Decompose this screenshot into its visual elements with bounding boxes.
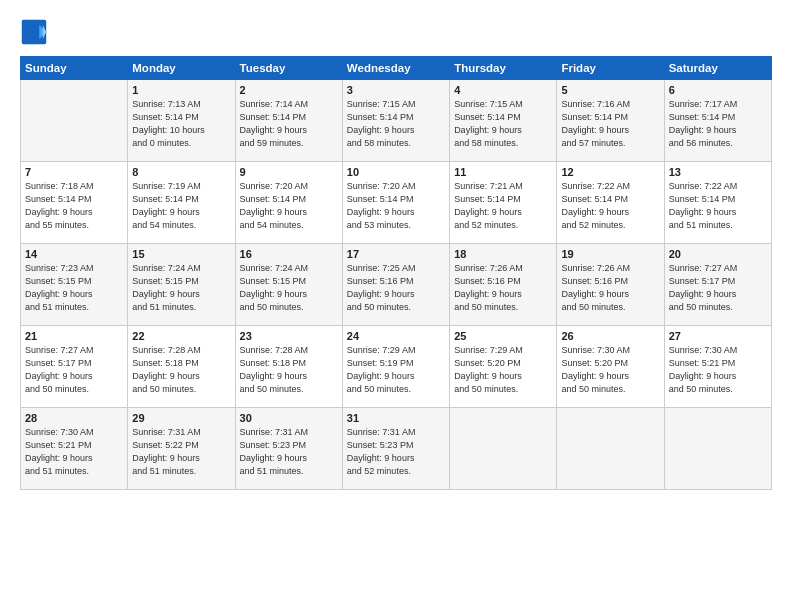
day-cell: 1Sunrise: 7:13 AM Sunset: 5:14 PM Daylig… (128, 80, 235, 162)
week-row-3: 14Sunrise: 7:23 AM Sunset: 5:15 PM Dayli… (21, 244, 772, 326)
page: SundayMondayTuesdayWednesdayThursdayFrid… (0, 0, 792, 612)
col-header-saturday: Saturday (664, 57, 771, 80)
col-header-sunday: Sunday (21, 57, 128, 80)
day-number: 19 (561, 248, 659, 260)
day-detail: Sunrise: 7:22 AM Sunset: 5:14 PM Dayligh… (669, 180, 767, 232)
col-header-thursday: Thursday (450, 57, 557, 80)
day-detail: Sunrise: 7:28 AM Sunset: 5:18 PM Dayligh… (132, 344, 230, 396)
day-cell: 16Sunrise: 7:24 AM Sunset: 5:15 PM Dayli… (235, 244, 342, 326)
day-cell: 31Sunrise: 7:31 AM Sunset: 5:23 PM Dayli… (342, 408, 449, 490)
day-cell (557, 408, 664, 490)
day-cell: 26Sunrise: 7:30 AM Sunset: 5:20 PM Dayli… (557, 326, 664, 408)
day-number: 13 (669, 166, 767, 178)
day-number: 15 (132, 248, 230, 260)
day-number: 26 (561, 330, 659, 342)
day-number: 27 (669, 330, 767, 342)
day-cell: 27Sunrise: 7:30 AM Sunset: 5:21 PM Dayli… (664, 326, 771, 408)
day-number: 5 (561, 84, 659, 96)
day-cell: 12Sunrise: 7:22 AM Sunset: 5:14 PM Dayli… (557, 162, 664, 244)
day-number: 23 (240, 330, 338, 342)
day-number: 21 (25, 330, 123, 342)
day-cell: 29Sunrise: 7:31 AM Sunset: 5:22 PM Dayli… (128, 408, 235, 490)
day-cell: 18Sunrise: 7:26 AM Sunset: 5:16 PM Dayli… (450, 244, 557, 326)
day-detail: Sunrise: 7:19 AM Sunset: 5:14 PM Dayligh… (132, 180, 230, 232)
day-number: 1 (132, 84, 230, 96)
logo (20, 18, 52, 46)
header-row: SundayMondayTuesdayWednesdayThursdayFrid… (21, 57, 772, 80)
day-detail: Sunrise: 7:24 AM Sunset: 5:15 PM Dayligh… (132, 262, 230, 314)
day-detail: Sunrise: 7:16 AM Sunset: 5:14 PM Dayligh… (561, 98, 659, 150)
day-detail: Sunrise: 7:26 AM Sunset: 5:16 PM Dayligh… (454, 262, 552, 314)
day-detail: Sunrise: 7:29 AM Sunset: 5:20 PM Dayligh… (454, 344, 552, 396)
day-number: 2 (240, 84, 338, 96)
day-number: 10 (347, 166, 445, 178)
day-number: 11 (454, 166, 552, 178)
day-number: 25 (454, 330, 552, 342)
col-header-wednesday: Wednesday (342, 57, 449, 80)
day-detail: Sunrise: 7:27 AM Sunset: 5:17 PM Dayligh… (25, 344, 123, 396)
day-detail: Sunrise: 7:18 AM Sunset: 5:14 PM Dayligh… (25, 180, 123, 232)
day-cell: 2Sunrise: 7:14 AM Sunset: 5:14 PM Daylig… (235, 80, 342, 162)
day-number: 22 (132, 330, 230, 342)
day-detail: Sunrise: 7:20 AM Sunset: 5:14 PM Dayligh… (347, 180, 445, 232)
day-cell: 15Sunrise: 7:24 AM Sunset: 5:15 PM Dayli… (128, 244, 235, 326)
day-cell: 3Sunrise: 7:15 AM Sunset: 5:14 PM Daylig… (342, 80, 449, 162)
day-number: 28 (25, 412, 123, 424)
col-header-friday: Friday (557, 57, 664, 80)
day-cell: 17Sunrise: 7:25 AM Sunset: 5:16 PM Dayli… (342, 244, 449, 326)
day-number: 29 (132, 412, 230, 424)
day-cell: 14Sunrise: 7:23 AM Sunset: 5:15 PM Dayli… (21, 244, 128, 326)
day-number: 18 (454, 248, 552, 260)
day-detail: Sunrise: 7:31 AM Sunset: 5:23 PM Dayligh… (347, 426, 445, 478)
day-number: 31 (347, 412, 445, 424)
day-number: 3 (347, 84, 445, 96)
day-number: 6 (669, 84, 767, 96)
day-detail: Sunrise: 7:31 AM Sunset: 5:23 PM Dayligh… (240, 426, 338, 478)
day-detail: Sunrise: 7:13 AM Sunset: 5:14 PM Dayligh… (132, 98, 230, 150)
day-cell: 10Sunrise: 7:20 AM Sunset: 5:14 PM Dayli… (342, 162, 449, 244)
day-cell: 21Sunrise: 7:27 AM Sunset: 5:17 PM Dayli… (21, 326, 128, 408)
day-detail: Sunrise: 7:17 AM Sunset: 5:14 PM Dayligh… (669, 98, 767, 150)
week-row-1: 1Sunrise: 7:13 AM Sunset: 5:14 PM Daylig… (21, 80, 772, 162)
week-row-2: 7Sunrise: 7:18 AM Sunset: 5:14 PM Daylig… (21, 162, 772, 244)
day-number: 7 (25, 166, 123, 178)
day-cell (664, 408, 771, 490)
day-cell (450, 408, 557, 490)
day-cell: 19Sunrise: 7:26 AM Sunset: 5:16 PM Dayli… (557, 244, 664, 326)
day-number: 4 (454, 84, 552, 96)
day-cell: 9Sunrise: 7:20 AM Sunset: 5:14 PM Daylig… (235, 162, 342, 244)
day-number: 9 (240, 166, 338, 178)
week-row-4: 21Sunrise: 7:27 AM Sunset: 5:17 PM Dayli… (21, 326, 772, 408)
day-cell: 13Sunrise: 7:22 AM Sunset: 5:14 PM Dayli… (664, 162, 771, 244)
day-number: 12 (561, 166, 659, 178)
day-detail: Sunrise: 7:30 AM Sunset: 5:20 PM Dayligh… (561, 344, 659, 396)
logo-icon (20, 18, 48, 46)
day-cell: 7Sunrise: 7:18 AM Sunset: 5:14 PM Daylig… (21, 162, 128, 244)
day-cell: 23Sunrise: 7:28 AM Sunset: 5:18 PM Dayli… (235, 326, 342, 408)
day-detail: Sunrise: 7:30 AM Sunset: 5:21 PM Dayligh… (25, 426, 123, 478)
day-detail: Sunrise: 7:21 AM Sunset: 5:14 PM Dayligh… (454, 180, 552, 232)
day-number: 30 (240, 412, 338, 424)
day-detail: Sunrise: 7:20 AM Sunset: 5:14 PM Dayligh… (240, 180, 338, 232)
day-cell: 25Sunrise: 7:29 AM Sunset: 5:20 PM Dayli… (450, 326, 557, 408)
day-detail: Sunrise: 7:24 AM Sunset: 5:15 PM Dayligh… (240, 262, 338, 314)
day-cell: 24Sunrise: 7:29 AM Sunset: 5:19 PM Dayli… (342, 326, 449, 408)
day-cell: 20Sunrise: 7:27 AM Sunset: 5:17 PM Dayli… (664, 244, 771, 326)
day-detail: Sunrise: 7:29 AM Sunset: 5:19 PM Dayligh… (347, 344, 445, 396)
day-detail: Sunrise: 7:31 AM Sunset: 5:22 PM Dayligh… (132, 426, 230, 478)
day-number: 20 (669, 248, 767, 260)
day-detail: Sunrise: 7:14 AM Sunset: 5:14 PM Dayligh… (240, 98, 338, 150)
col-header-monday: Monday (128, 57, 235, 80)
day-cell: 30Sunrise: 7:31 AM Sunset: 5:23 PM Dayli… (235, 408, 342, 490)
day-detail: Sunrise: 7:27 AM Sunset: 5:17 PM Dayligh… (669, 262, 767, 314)
day-number: 14 (25, 248, 123, 260)
day-cell: 5Sunrise: 7:16 AM Sunset: 5:14 PM Daylig… (557, 80, 664, 162)
day-cell: 8Sunrise: 7:19 AM Sunset: 5:14 PM Daylig… (128, 162, 235, 244)
day-detail: Sunrise: 7:23 AM Sunset: 5:15 PM Dayligh… (25, 262, 123, 314)
header (20, 18, 772, 46)
day-detail: Sunrise: 7:15 AM Sunset: 5:14 PM Dayligh… (454, 98, 552, 150)
day-number: 16 (240, 248, 338, 260)
day-cell: 28Sunrise: 7:30 AM Sunset: 5:21 PM Dayli… (21, 408, 128, 490)
day-number: 8 (132, 166, 230, 178)
day-number: 24 (347, 330, 445, 342)
